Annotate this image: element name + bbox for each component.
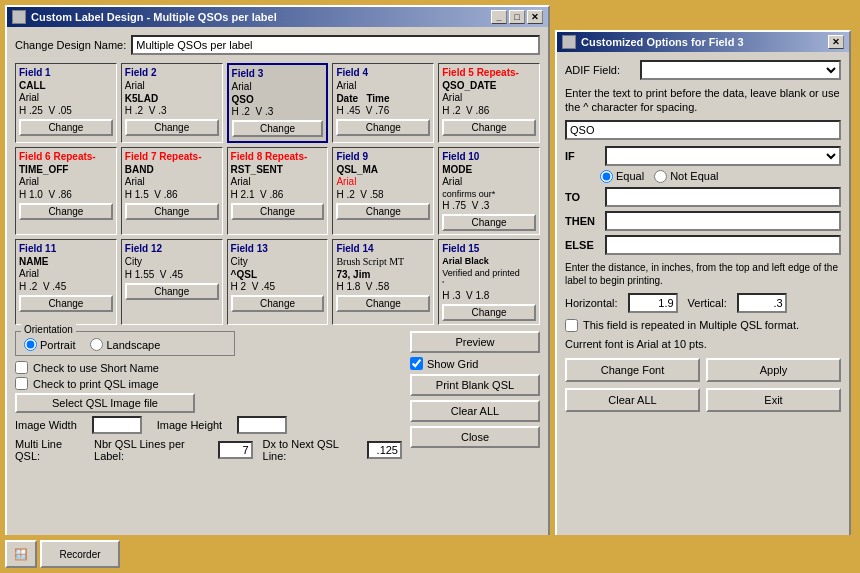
image-height-label: Image Height [157, 419, 222, 431]
coords-row: Horizontal: Vertical: [565, 293, 841, 313]
titlebar-buttons[interactable]: _ □ ✕ [491, 10, 543, 24]
adif-label: ADIF Field: [565, 64, 635, 76]
field-4-dims: H .45 V .76 [336, 105, 430, 116]
bottom-fields-row: Multi Line QSL: Nbr QSL Lines per Label:… [15, 438, 402, 462]
field-3-change-btn[interactable]: Change [232, 120, 324, 137]
not-equal-radio[interactable] [654, 170, 667, 183]
field-9-name: QSL_MA [336, 164, 430, 175]
field-14-title: Field 14 [336, 243, 430, 254]
horizontal-label: Horizontal: [565, 297, 618, 309]
field-box-12: Field 12 City H 1.55 V .45 Change [121, 239, 223, 325]
show-grid-label: Show Grid [427, 358, 478, 370]
main-content: Change Design Name: Field 1 CALL Arial H… [7, 27, 548, 470]
vertical-label: Vertical: [688, 297, 727, 309]
short-name-checkbox[interactable] [15, 361, 28, 374]
field-8-font: Arial [231, 176, 325, 187]
options-buttons-row-1: Change Font Apply [565, 358, 841, 382]
field-12-font: City [125, 256, 219, 267]
field-11-change-btn[interactable]: Change [19, 295, 113, 312]
field-2-name: K5LAD [125, 93, 219, 104]
taskbar-start[interactable]: 🪟 [5, 540, 37, 568]
then-row: THEN [565, 211, 841, 231]
maximize-button[interactable]: □ [509, 10, 525, 24]
nbr-lines-input[interactable] [218, 441, 253, 459]
image-width-label: Image Width [15, 419, 77, 431]
portrait-radio[interactable] [24, 338, 37, 351]
adif-select[interactable] [640, 60, 841, 80]
dx-label: Dx to Next QSL Line: [263, 438, 357, 462]
field-6-dims: H 1.0 V .86 [19, 189, 113, 200]
field-11-dims: H .2 V .45 [19, 281, 113, 292]
field-box-3: Field 3 Arial QSO H .2 V .3 Change [227, 63, 329, 143]
minimize-button[interactable]: _ [491, 10, 507, 24]
field-4-change-btn[interactable]: Change [336, 119, 430, 136]
short-name-label: Check to use Short Name [33, 362, 159, 374]
landscape-radio[interactable] [90, 338, 103, 351]
print-blank-qsl-btn[interactable]: Print Blank QSL [410, 374, 540, 396]
repeat-checkbox[interactable] [565, 319, 578, 332]
text-value-input[interactable] [565, 120, 841, 140]
exit-btn[interactable]: Exit [706, 388, 841, 412]
field-14-change-btn[interactable]: Change [336, 295, 430, 312]
start-icon: 🪟 [14, 548, 28, 561]
field-12-change-btn[interactable]: Change [125, 283, 219, 300]
preview-btn[interactable]: Preview [410, 331, 540, 353]
to-row: TO [565, 187, 841, 207]
design-name-input[interactable] [131, 35, 540, 55]
dx-input[interactable] [367, 441, 402, 459]
options-close-btn[interactable]: ✕ [828, 35, 844, 49]
field-box-10: Field 10 MODE Arial confirms our* H .75 … [438, 147, 540, 235]
field-9-font: Arial [336, 176, 430, 187]
horizontal-input[interactable] [628, 293, 678, 313]
else-input[interactable] [605, 235, 841, 255]
multi-line-label: Multi Line QSL: [15, 438, 84, 462]
field-2-change-btn[interactable]: Change [125, 119, 219, 136]
orientation-legend: Orientation [21, 324, 76, 335]
clear-all-btn[interactable]: Clear ALL [410, 400, 540, 422]
field-15-change-btn[interactable]: Change [442, 304, 536, 321]
portrait-option[interactable]: Portrait [24, 338, 75, 351]
field-9-dims: H .2 V .58 [336, 189, 430, 200]
field-4-font: Arial [336, 80, 430, 91]
landscape-option[interactable]: Landscape [90, 338, 160, 351]
taskbar-recorder[interactable]: Recorder [40, 540, 120, 568]
field-8-change-btn[interactable]: Change [231, 203, 325, 220]
field-box-6: Field 6 Repeats- TIME_OFF Arial H 1.0 V … [15, 147, 117, 235]
equal-radio[interactable] [600, 170, 613, 183]
field-10-name: MODE [442, 164, 536, 175]
to-input[interactable] [605, 187, 841, 207]
design-name-label: Change Design Name: [15, 39, 126, 51]
main-titlebar: Custom Label Design - Multiple QSOs per … [7, 7, 548, 27]
then-input[interactable] [605, 211, 841, 231]
orientation-options: Portrait Landscape [24, 338, 226, 351]
field-6-change-btn[interactable]: Change [19, 203, 113, 220]
select-image-btn[interactable]: Select QSL Image file [15, 393, 195, 413]
field-7-change-btn[interactable]: Change [125, 203, 219, 220]
image-height-input[interactable] [237, 416, 287, 434]
field-13-change-btn[interactable]: Change [231, 295, 325, 312]
intro-text: Enter the text to print before the data,… [565, 86, 841, 115]
field-4-title: Field 4 [336, 67, 430, 78]
field-10-title: Field 10 [442, 151, 536, 162]
print-qsl-checkbox[interactable] [15, 377, 28, 390]
not-equal-option[interactable]: Not Equal [654, 170, 718, 183]
change-font-btn[interactable]: Change Font [565, 358, 700, 382]
field-5-change-btn[interactable]: Change [442, 119, 536, 136]
vertical-input[interactable] [737, 293, 787, 313]
orientation-group: Orientation Portrait Landscape [15, 331, 235, 356]
if-select[interactable] [605, 146, 841, 166]
field-9-change-btn[interactable]: Change [336, 203, 430, 220]
close-btn[interactable]: Close [410, 426, 540, 448]
bottom-section: Orientation Portrait Landscape [15, 331, 540, 462]
options-clear-all-btn[interactable]: Clear ALL [565, 388, 700, 412]
field-10-change-btn[interactable]: Change [442, 214, 536, 231]
repeat-label: This field is repeated in Multiple QSL f… [583, 319, 799, 331]
show-grid-checkbox[interactable] [410, 357, 423, 370]
image-width-input[interactable] [92, 416, 142, 434]
field-1-change-btn[interactable]: Change [19, 119, 113, 136]
short-name-row: Check to use Short Name [15, 361, 402, 374]
close-button[interactable]: ✕ [527, 10, 543, 24]
main-window: Custom Label Design - Multiple QSOs per … [5, 5, 550, 570]
apply-btn[interactable]: Apply [706, 358, 841, 382]
equal-option[interactable]: Equal [600, 170, 644, 183]
